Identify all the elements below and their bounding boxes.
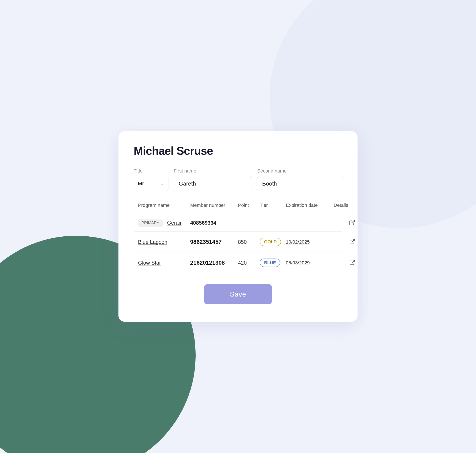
points-blue-lagoon: 850 bbox=[238, 239, 260, 245]
table-row: Glow Star 21620121308 420 BLUE 05/03/202… bbox=[134, 253, 342, 273]
first-name-input[interactable] bbox=[174, 176, 252, 191]
primary-first-cell: PRIMARY Gerair bbox=[138, 219, 190, 226]
table-row: Blue Lagoon 9862351457 850 GOLD 10/02/20… bbox=[134, 232, 342, 253]
primary-member-number: 408569334 bbox=[190, 220, 238, 226]
title-group: Title Mr. ⌄ bbox=[134, 168, 168, 191]
primary-external-link[interactable] bbox=[349, 219, 355, 226]
external-link-blue-lagoon[interactable] bbox=[349, 239, 355, 246]
program-name-blue-lagoon[interactable]: Blue Lagoon bbox=[138, 239, 190, 245]
svg-line-0 bbox=[352, 220, 355, 223]
primary-name[interactable]: Gerair bbox=[167, 220, 182, 226]
external-link-glow-star[interactable] bbox=[349, 259, 355, 266]
first-name-label: First name bbox=[174, 168, 252, 174]
primary-badge: PRIMARY bbox=[138, 219, 163, 226]
title-value: Mr. bbox=[138, 181, 145, 187]
expiry-glow-star[interactable]: 05/03/2029 bbox=[286, 260, 334, 266]
second-name-label: Second name bbox=[257, 168, 344, 174]
header-program-name: Program name bbox=[138, 203, 190, 208]
page-title: Michael Scruse bbox=[134, 144, 342, 157]
tier-badge-blue: BLUE bbox=[260, 259, 280, 267]
table-row-primary: PRIMARY Gerair 408569334 bbox=[134, 214, 342, 232]
tier-blue-lagoon: GOLD bbox=[260, 238, 286, 246]
main-card: Michael Scruse Title Mr. ⌄ First name Se… bbox=[118, 131, 358, 322]
header-expiration-date: Expiration date bbox=[286, 203, 334, 208]
program-name-glow-star[interactable]: Glow Star bbox=[138, 260, 190, 266]
member-number-blue-lagoon: 9862351457 bbox=[190, 239, 238, 245]
table-header: Program name Member number Point Tier Ex… bbox=[134, 203, 342, 212]
form-row: Title Mr. ⌄ First name Second name bbox=[134, 168, 342, 191]
second-name-group: Second name bbox=[257, 168, 344, 191]
svg-line-2 bbox=[352, 260, 355, 263]
save-button[interactable]: Save bbox=[204, 284, 272, 304]
header-tier: Tier bbox=[260, 203, 286, 208]
expiry-blue-lagoon[interactable]: 10/02/2025 bbox=[286, 239, 334, 245]
svg-line-1 bbox=[352, 239, 355, 242]
header-point: Point bbox=[238, 203, 260, 208]
save-section: Save bbox=[134, 284, 342, 304]
second-name-input[interactable] bbox=[257, 176, 344, 191]
tier-glow-star: BLUE bbox=[260, 259, 286, 267]
first-name-group: First name bbox=[174, 168, 252, 191]
chevron-down-icon: ⌄ bbox=[161, 181, 164, 186]
points-glow-star: 420 bbox=[238, 260, 260, 266]
member-number-glow-star: 21620121308 bbox=[190, 259, 238, 266]
title-select[interactable]: Mr. ⌄ bbox=[134, 176, 168, 191]
tier-badge-gold: GOLD bbox=[260, 238, 281, 246]
programs-table: Program name Member number Point Tier Ex… bbox=[134, 203, 342, 273]
header-details: Details bbox=[334, 203, 355, 208]
header-member-number: Member number bbox=[190, 203, 238, 208]
title-label: Title bbox=[134, 168, 168, 174]
